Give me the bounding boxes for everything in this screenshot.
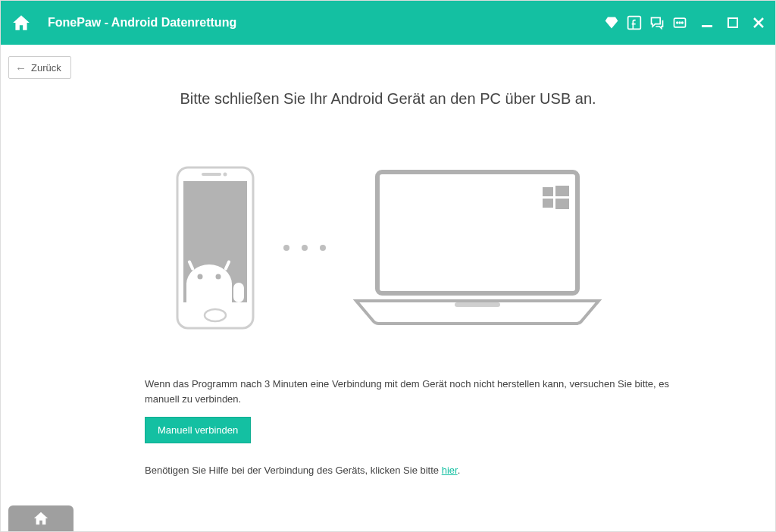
svg-rect-13 bbox=[186, 283, 232, 302]
svg-point-14 bbox=[198, 274, 203, 280]
manual-connect-button[interactable]: Manuell verbinden bbox=[145, 417, 251, 443]
page-heading: Bitte schließen Sie Ihr Android Gerät an… bbox=[1, 90, 775, 108]
diamond-icon[interactable] bbox=[604, 15, 619, 30]
svg-rect-0 bbox=[628, 17, 641, 30]
laptop-icon bbox=[349, 164, 606, 331]
facebook-icon[interactable] bbox=[627, 15, 642, 30]
svg-rect-6 bbox=[728, 18, 737, 27]
svg-point-4 bbox=[682, 22, 684, 23]
svg-point-3 bbox=[679, 22, 681, 23]
close-button[interactable] bbox=[753, 17, 765, 29]
title-bar: FonePaw - Android Datenrettung bbox=[1, 1, 775, 45]
svg-point-2 bbox=[677, 22, 678, 23]
back-button[interactable]: ← Zurück bbox=[8, 56, 71, 79]
footer-home-tab[interactable] bbox=[8, 505, 74, 531]
feedback-icon[interactable] bbox=[649, 15, 665, 30]
back-label: Zurück bbox=[31, 62, 61, 74]
svg-rect-24 bbox=[555, 199, 569, 209]
hint-text: Wenn das Programm nach 3 Minuten eine Ve… bbox=[145, 377, 699, 406]
more-icon[interactable] bbox=[672, 15, 687, 30]
maximize-button[interactable] bbox=[727, 17, 739, 29]
home-icon bbox=[33, 510, 49, 527]
minimize-button[interactable] bbox=[701, 17, 713, 29]
svg-rect-21 bbox=[543, 187, 553, 196]
help-text: Benötigen Sie Hilfe bei der Verbindung d… bbox=[145, 465, 775, 476]
help-suffix: . bbox=[458, 465, 461, 476]
svg-point-15 bbox=[216, 274, 221, 280]
connect-illustration bbox=[1, 164, 775, 331]
connection-dots bbox=[283, 245, 326, 251]
svg-point-10 bbox=[224, 173, 227, 177]
phone-icon bbox=[170, 164, 261, 331]
help-link[interactable]: hier bbox=[442, 465, 458, 476]
svg-rect-9 bbox=[202, 173, 221, 176]
svg-rect-22 bbox=[555, 186, 569, 196]
app-title: FonePaw - Android Datenrettung bbox=[48, 16, 604, 30]
help-prefix: Benötigen Sie Hilfe bei der Verbindung d… bbox=[145, 465, 442, 476]
svg-rect-23 bbox=[543, 199, 553, 208]
svg-rect-20 bbox=[455, 302, 500, 307]
window-controls bbox=[701, 17, 765, 29]
home-icon[interactable] bbox=[11, 13, 31, 33]
svg-rect-5 bbox=[702, 25, 712, 27]
arrow-left-icon: ← bbox=[15, 61, 27, 74]
titlebar-actions bbox=[604, 15, 687, 30]
svg-rect-18 bbox=[233, 283, 244, 302]
